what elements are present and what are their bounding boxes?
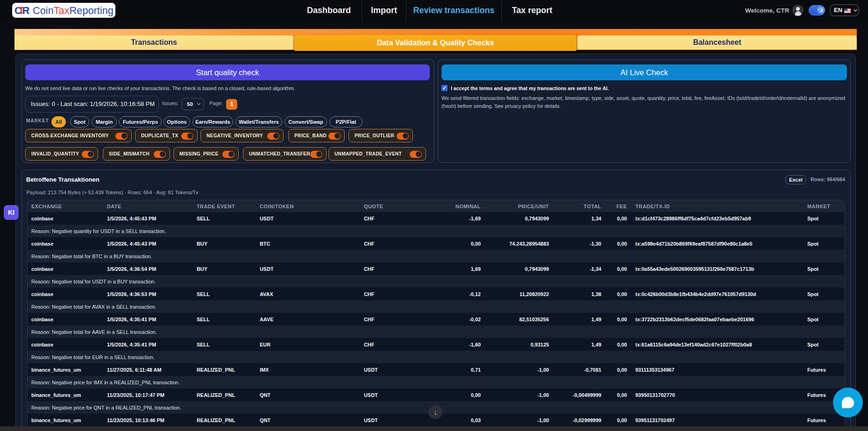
svg-text:T: T	[18, 5, 25, 16]
